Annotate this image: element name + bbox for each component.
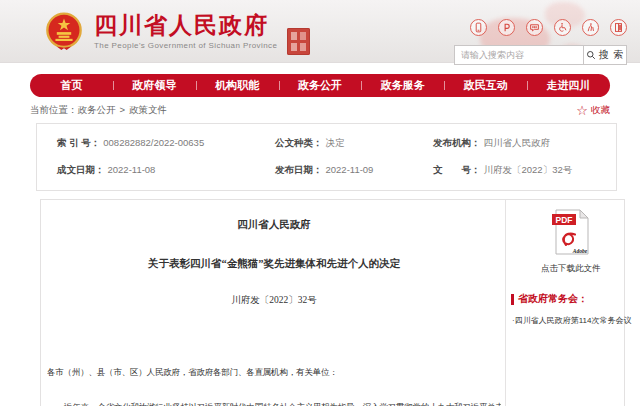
document-body: 四川省人民政府 关于表彰四川省“金熊猫”奖先进集体和先进个人的决定 川府发〔20… xyxy=(41,200,505,406)
site-header: 四川省人民政府 The People's Government of Sichu… xyxy=(0,0,640,63)
meta-publish-date: 发布日期：2022-11-09 xyxy=(275,164,433,177)
header-quick-icons xyxy=(470,19,627,36)
door-icon[interactable] xyxy=(610,19,627,36)
section-bar-icon xyxy=(511,294,514,305)
document-title: 关于表彰四川省“金熊猫”奖先进集体和先进个人的决定 xyxy=(47,257,501,271)
star-icon: ☆ xyxy=(576,104,588,117)
breadcrumb-page-link[interactable]: 政策文件 xyxy=(129,104,167,115)
breadcrumb-separator: > xyxy=(120,104,126,115)
wheelchair-icon[interactable] xyxy=(554,19,571,36)
main-nav: 首页 政府领导 机构职能 政务公开 政务服务 政民互动 走进四川 xyxy=(30,74,610,97)
pdf-file-icon: PDF Adobe xyxy=(551,208,591,256)
document-salutation: 各市（州）、县（市、区）人民政府，省政府各部门、各直属机构，有关单位： xyxy=(47,367,501,379)
meta-doc-type: 公文种类：决定 xyxy=(275,137,433,150)
favorite-label: 收藏 xyxy=(591,104,610,117)
pdf-download[interactable]: PDF Adobe 点击下载此文件 xyxy=(541,208,601,275)
pdf-download-label: 点击下载此文件 xyxy=(541,263,601,275)
mobile-icon[interactable] xyxy=(470,19,487,36)
nav-item-gov-affairs[interactable]: 政务公开 xyxy=(279,74,362,97)
document-issuer: 四川省人民政府 xyxy=(47,218,501,232)
svg-text:Adobe: Adobe xyxy=(572,248,588,254)
site-subtitle: The People's Government of Sichuan Provi… xyxy=(94,41,277,50)
executive-meeting-section: 省政府常务会： ·四川省人民政府第114次常务会议 xyxy=(506,292,635,326)
meta-index-number: 索 引 号：008282882/2022-00635 xyxy=(57,137,275,150)
circle-p-icon[interactable] xyxy=(498,19,515,36)
nav-item-org-functions[interactable]: 机构职能 xyxy=(196,74,279,97)
site-title: 四川省人民政府 xyxy=(94,12,277,38)
nav-item-gov-leaders[interactable]: 政府领导 xyxy=(113,74,196,97)
search-button-label: 搜 索 xyxy=(599,48,625,62)
breadcrumb-row: 当前位置：政务公开>政策文件 ☆ 收藏 xyxy=(30,104,610,117)
search-icon xyxy=(586,50,596,60)
executive-meeting-heading: 省政府常务会： xyxy=(511,292,631,306)
executive-meeting-link[interactable]: ·四川省人民政府第114次常务会议 xyxy=(512,315,631,326)
search-input[interactable] xyxy=(454,45,583,65)
national-emblem-icon xyxy=(46,12,82,58)
meta-issuing-agency: 发布机构：四川省人民政府 xyxy=(433,137,616,150)
message-icon[interactable] xyxy=(526,19,543,36)
svg-text:PDF: PDF xyxy=(555,215,572,225)
elderly-icon[interactable] xyxy=(582,19,599,36)
breadcrumb-section-link[interactable]: 政务公开 xyxy=(78,104,116,115)
nav-item-home[interactable]: 首页 xyxy=(30,74,113,97)
meta-written-date: 成文日期：2022-11-08 xyxy=(57,164,275,177)
document-content-box: 四川省人民政府 关于表彰四川省“金熊猫”奖先进集体和先进个人的决定 川府发〔20… xyxy=(40,199,625,406)
official-seal-icon xyxy=(287,28,310,55)
breadcrumb-prefix: 当前位置： xyxy=(30,104,78,115)
breadcrumb: 当前位置：政务公开>政策文件 xyxy=(30,104,167,117)
search-button[interactable]: 搜 索 xyxy=(583,45,627,65)
nav-item-gov-services[interactable]: 政务服务 xyxy=(361,74,444,97)
favorite-button[interactable]: ☆ 收藏 xyxy=(576,104,610,117)
document-meta-table: 索 引 号：008282882/2022-00635 公文种类：决定 发布机构：… xyxy=(36,123,617,191)
nav-item-interaction[interactable]: 政民互动 xyxy=(444,74,527,97)
site-brand: 四川省人民政府 The People's Government of Sichu… xyxy=(46,12,310,58)
document-paragraph: 近年来，全省文化和旅游行业坚持以习近平新时代中国特色社会主义思想为指导，深入学习… xyxy=(47,402,501,406)
brand-text: 四川省人民政府 The People's Government of Sichu… xyxy=(94,12,277,50)
document-number: 川府发〔2022〕32号 xyxy=(47,294,501,307)
nav-item-into-sichuan[interactable]: 走进四川 xyxy=(527,74,610,97)
site-search: 搜 索 xyxy=(454,45,627,65)
meta-doc-number: 文 号：川府发〔2022〕32号 xyxy=(433,164,616,177)
document-sidebar: PDF Adobe 点击下载此文件 省政府常务会： ·四川省人民政府第114次常… xyxy=(505,200,635,406)
